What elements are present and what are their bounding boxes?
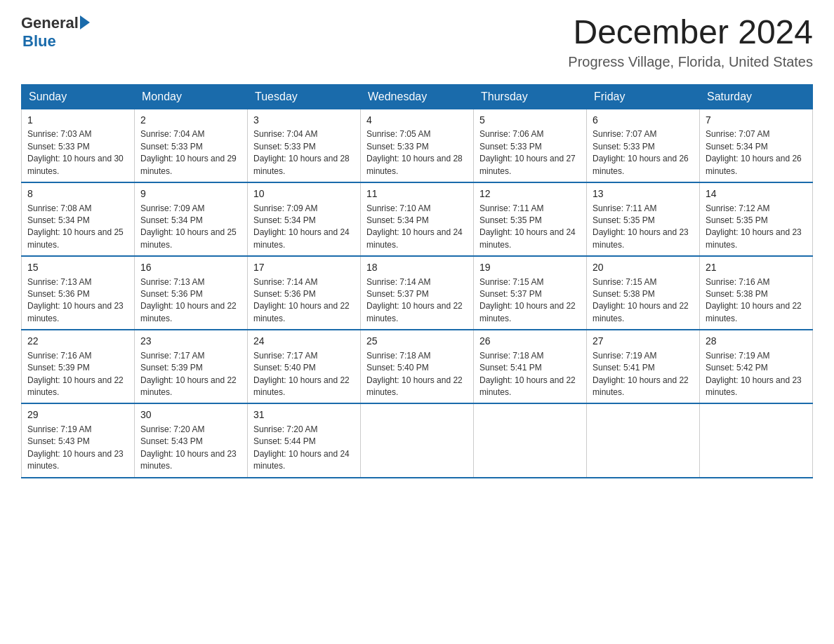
day-number: 30	[140, 408, 241, 422]
calendar-cell: 23Sunrise: 7:17 AMSunset: 5:39 PMDayligh…	[135, 330, 248, 403]
day-number: 29	[27, 408, 128, 422]
day-number: 3	[253, 114, 355, 128]
day-info: Sunrise: 7:04 AMSunset: 5:33 PMDaylight:…	[140, 128, 241, 177]
calendar-cell: 29Sunrise: 7:19 AMSunset: 5:43 PMDayligh…	[22, 403, 135, 477]
day-number: 2	[140, 114, 241, 128]
day-number: 16	[140, 261, 241, 275]
calendar-cell: 17Sunrise: 7:14 AMSunset: 5:36 PMDayligh…	[248, 256, 361, 330]
calendar-cell: 6Sunrise: 7:07 AMSunset: 5:33 PMDaylight…	[587, 109, 700, 182]
calendar-cell: 20Sunrise: 7:15 AMSunset: 5:38 PMDayligh…	[587, 256, 700, 330]
day-info: Sunrise: 7:10 AMSunset: 5:34 PMDaylight:…	[366, 203, 468, 252]
day-info: Sunrise: 7:03 AMSunset: 5:33 PMDaylight:…	[27, 128, 128, 177]
calendar-cell	[587, 403, 700, 477]
day-number: 10	[253, 187, 355, 201]
logo-general-text: General	[21, 14, 79, 32]
calendar-cell: 13Sunrise: 7:11 AMSunset: 5:35 PMDayligh…	[587, 182, 700, 256]
day-number: 6	[593, 114, 694, 128]
day-info: Sunrise: 7:14 AMSunset: 5:37 PMDaylight:…	[366, 276, 468, 326]
calendar-cell: 18Sunrise: 7:14 AMSunset: 5:37 PMDayligh…	[361, 256, 474, 330]
calendar-cell: 14Sunrise: 7:12 AMSunset: 5:35 PMDayligh…	[700, 182, 813, 256]
day-info: Sunrise: 7:16 AMSunset: 5:38 PMDaylight:…	[706, 276, 807, 326]
header-day-thursday: Thursday	[474, 84, 587, 109]
day-info: Sunrise: 7:16 AMSunset: 5:39 PMDaylight:…	[27, 350, 128, 399]
calendar-cell: 7Sunrise: 7:07 AMSunset: 5:34 PMDaylight…	[700, 109, 813, 182]
day-info: Sunrise: 7:19 AMSunset: 5:43 PMDaylight:…	[27, 424, 128, 473]
day-number: 12	[479, 187, 581, 201]
day-info: Sunrise: 7:19 AMSunset: 5:41 PMDaylight:…	[593, 350, 694, 399]
day-info: Sunrise: 7:18 AMSunset: 5:40 PMDaylight:…	[366, 350, 468, 399]
week-row-5: 29Sunrise: 7:19 AMSunset: 5:43 PMDayligh…	[22, 403, 813, 477]
day-info: Sunrise: 7:18 AMSunset: 5:41 PMDaylight:…	[479, 350, 581, 399]
calendar-cell: 1Sunrise: 7:03 AMSunset: 5:33 PMDaylight…	[22, 109, 135, 182]
calendar-cell: 3Sunrise: 7:04 AMSunset: 5:33 PMDaylight…	[248, 109, 361, 182]
day-number: 18	[366, 261, 468, 275]
calendar-cell: 12Sunrise: 7:11 AMSunset: 5:35 PMDayligh…	[474, 182, 587, 256]
header-day-sunday: Sunday	[22, 84, 135, 109]
day-number: 22	[27, 335, 128, 349]
day-number: 17	[253, 261, 355, 275]
calendar-cell	[474, 403, 587, 477]
day-info: Sunrise: 7:15 AMSunset: 5:37 PMDaylight:…	[479, 276, 581, 326]
calendar-cell: 19Sunrise: 7:15 AMSunset: 5:37 PMDayligh…	[474, 256, 587, 330]
day-number: 23	[140, 335, 241, 349]
header-row: SundayMondayTuesdayWednesdayThursdayFrid…	[22, 84, 813, 109]
day-info: Sunrise: 7:14 AMSunset: 5:36 PMDaylight:…	[253, 276, 355, 326]
day-info: Sunrise: 7:17 AMSunset: 5:39 PMDaylight:…	[140, 350, 241, 399]
calendar-cell: 26Sunrise: 7:18 AMSunset: 5:41 PMDayligh…	[474, 330, 587, 403]
day-info: Sunrise: 7:13 AMSunset: 5:36 PMDaylight:…	[140, 276, 241, 326]
day-number: 24	[253, 335, 355, 349]
day-info: Sunrise: 7:08 AMSunset: 5:34 PMDaylight:…	[27, 203, 128, 252]
day-number: 21	[706, 261, 807, 275]
calendar-cell: 15Sunrise: 7:13 AMSunset: 5:36 PMDayligh…	[22, 256, 135, 330]
day-number: 13	[593, 187, 694, 201]
calendar-cell: 11Sunrise: 7:10 AMSunset: 5:34 PMDayligh…	[361, 182, 474, 256]
calendar-cell: 4Sunrise: 7:05 AMSunset: 5:33 PMDaylight…	[361, 109, 474, 182]
day-info: Sunrise: 7:06 AMSunset: 5:33 PMDaylight:…	[479, 128, 581, 177]
logo-blue-text: Blue	[22, 32, 56, 51]
day-number: 19	[479, 261, 581, 275]
day-info: Sunrise: 7:05 AMSunset: 5:33 PMDaylight:…	[366, 128, 468, 177]
day-number: 31	[253, 408, 355, 422]
calendar-cell: 30Sunrise: 7:20 AMSunset: 5:43 PMDayligh…	[135, 403, 248, 477]
calendar-cell: 25Sunrise: 7:18 AMSunset: 5:40 PMDayligh…	[361, 330, 474, 403]
day-info: Sunrise: 7:09 AMSunset: 5:34 PMDaylight:…	[253, 203, 355, 252]
header-day-friday: Friday	[587, 84, 700, 109]
calendar-cell: 21Sunrise: 7:16 AMSunset: 5:38 PMDayligh…	[700, 256, 813, 330]
calendar-cell: 22Sunrise: 7:16 AMSunset: 5:39 PMDayligh…	[22, 330, 135, 403]
calendar-cell: 5Sunrise: 7:06 AMSunset: 5:33 PMDaylight…	[474, 109, 587, 182]
day-info: Sunrise: 7:11 AMSunset: 5:35 PMDaylight:…	[593, 203, 694, 252]
day-number: 26	[479, 335, 581, 349]
calendar-cell: 8Sunrise: 7:08 AMSunset: 5:34 PMDaylight…	[22, 182, 135, 256]
day-number: 8	[27, 187, 128, 201]
day-number: 28	[706, 335, 807, 349]
day-info: Sunrise: 7:19 AMSunset: 5:42 PMDaylight:…	[706, 350, 807, 399]
page-header: General Blue December 2024 Progress Vill…	[21, 14, 813, 70]
header-day-wednesday: Wednesday	[361, 84, 474, 109]
day-info: Sunrise: 7:07 AMSunset: 5:33 PMDaylight:…	[593, 128, 694, 177]
calendar-cell	[361, 403, 474, 477]
day-number: 14	[706, 187, 807, 201]
week-row-2: 8Sunrise: 7:08 AMSunset: 5:34 PMDaylight…	[22, 182, 813, 256]
day-number: 11	[366, 187, 468, 201]
header-day-saturday: Saturday	[700, 84, 813, 109]
day-number: 27	[593, 335, 694, 349]
day-info: Sunrise: 7:09 AMSunset: 5:34 PMDaylight:…	[140, 203, 241, 252]
calendar-cell: 27Sunrise: 7:19 AMSunset: 5:41 PMDayligh…	[587, 330, 700, 403]
day-number: 5	[479, 114, 581, 128]
day-number: 9	[140, 187, 241, 201]
calendar-cell	[700, 403, 813, 477]
week-row-1: 1Sunrise: 7:03 AMSunset: 5:33 PMDaylight…	[22, 109, 813, 182]
calendar-cell: 31Sunrise: 7:20 AMSunset: 5:44 PMDayligh…	[248, 403, 361, 477]
day-number: 15	[27, 261, 128, 275]
day-info: Sunrise: 7:11 AMSunset: 5:35 PMDaylight:…	[479, 203, 581, 252]
calendar-cell: 28Sunrise: 7:19 AMSunset: 5:42 PMDayligh…	[700, 330, 813, 403]
header-day-monday: Monday	[135, 84, 248, 109]
day-info: Sunrise: 7:15 AMSunset: 5:38 PMDaylight:…	[593, 276, 694, 326]
day-number: 20	[593, 261, 694, 275]
calendar-cell: 9Sunrise: 7:09 AMSunset: 5:34 PMDaylight…	[135, 182, 248, 256]
title-section: December 2024 Progress Village, Florida,…	[568, 14, 813, 70]
day-info: Sunrise: 7:17 AMSunset: 5:40 PMDaylight:…	[253, 350, 355, 399]
day-info: Sunrise: 7:20 AMSunset: 5:43 PMDaylight:…	[140, 424, 241, 473]
header-day-tuesday: Tuesday	[248, 84, 361, 109]
calendar-cell: 10Sunrise: 7:09 AMSunset: 5:34 PMDayligh…	[248, 182, 361, 256]
